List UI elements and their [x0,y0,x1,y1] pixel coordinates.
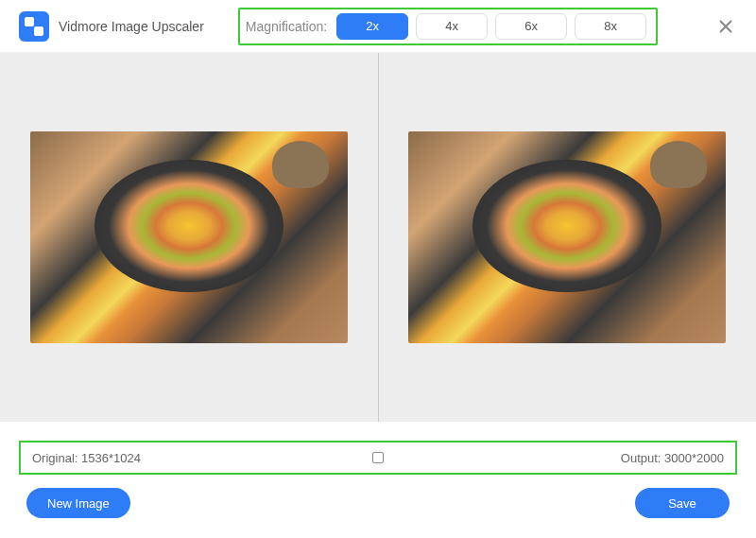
original-image [30,131,348,343]
new-image-button[interactable]: New Image [26,488,130,518]
magnification-8x-button[interactable]: 8x [575,13,646,40]
close-icon [718,19,733,34]
magnification-2x-button[interactable]: 2x [336,13,408,40]
save-button[interactable]: Save [635,488,730,518]
output-image [408,131,726,343]
dimensions-info-bar: Original: 1536*1024 Output: 3000*2000 [19,441,737,475]
original-preview-pane [0,53,378,422]
app-logo-icon [19,11,49,42]
magnification-label: Magnification: [246,19,327,34]
header-bar: Vidmore Image Upscaler Magnification: 2x… [0,0,756,53]
magnification-4x-button[interactable]: 4x [416,13,488,40]
magnification-6x-button[interactable]: 6x [495,13,567,40]
footer-bar: New Image Save [0,475,756,531]
app-title: Vidmore Image Upscaler [59,19,204,34]
magnification-buttons: 2x 4x 6x 8x [336,13,646,40]
output-dimensions-label: Output: 3000*2000 [621,451,724,465]
preview-area [0,53,756,422]
magnification-group: Magnification: 2x 4x 6x 8x [238,8,658,45]
square-icon [372,452,384,463]
original-dimensions-label: Original: 1536*1024 [32,451,141,465]
close-button[interactable] [714,15,737,38]
output-preview-pane [379,53,757,422]
compare-toggle[interactable] [372,452,384,463]
